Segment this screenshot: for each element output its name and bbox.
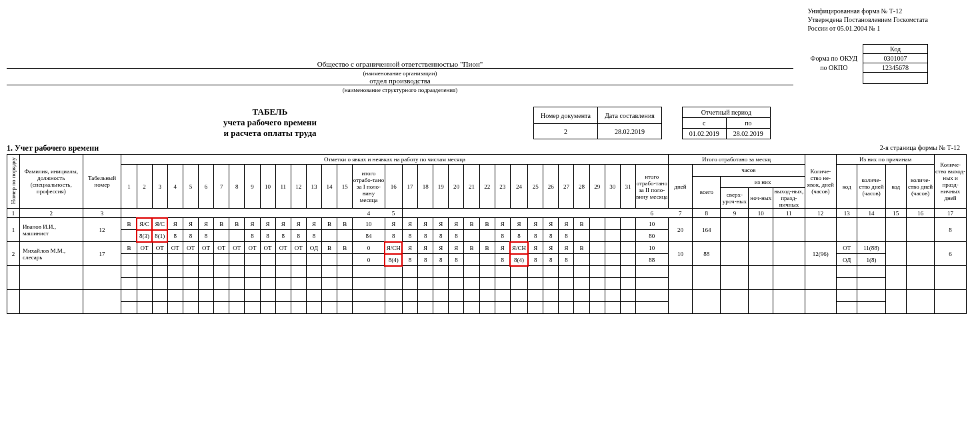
- doc-date-label: Дата составления: [598, 107, 662, 124]
- approval-l2: Утверждена Постановлением Госкомстата: [807, 15, 928, 24]
- period-from-label: с: [682, 118, 726, 129]
- h-tab: Табельный номер: [83, 155, 121, 209]
- org-name-sub: (наименование организации): [363, 70, 437, 77]
- approval-block: Унифицированная форма № Т-12 Утверждена …: [807, 7, 928, 33]
- org-name: Общество с ограниченной ответственностью…: [7, 60, 793, 69]
- h-weekend: выход-ных, празд-ничных: [773, 188, 805, 209]
- h-iznih: из них: [721, 176, 805, 188]
- table-row: 1 Иванов И.И., машинист 12 ВЯ/СЯ/СЯЯЯВВЯ…: [7, 218, 967, 230]
- h-vsego: всего: [693, 176, 721, 209]
- h-code1: код: [836, 165, 857, 209]
- h-half2: итого отрабо-тано за II поло-вину месяца: [635, 165, 668, 209]
- h-holi: Количе-ство выход-ных и празд-ничных дне…: [935, 155, 967, 209]
- h-marks: Отметки о явках и неявках на работу по ч…: [121, 155, 668, 165]
- h-fio: Фамилия, инициалы, должность (специально…: [19, 155, 83, 209]
- org-dept: отдел производства: [7, 77, 793, 85]
- okud-value: 0301007: [863, 54, 928, 63]
- approval-l1: Унифицированная форма № Т-12: [807, 7, 928, 15]
- h-total: Итого отработано за месяц: [668, 155, 805, 165]
- h-code2: код: [885, 165, 907, 209]
- h-reasons: Из них по причинам: [836, 155, 934, 165]
- approval-l3: России от 05.01.2004 № 1: [807, 24, 928, 33]
- h-hours: часов: [693, 165, 805, 177]
- h-days: дней: [668, 165, 693, 209]
- h-cnt1: количе-ство дней (часов): [857, 165, 885, 209]
- period-to-label: по: [726, 118, 770, 129]
- period-to: 28.02.2019: [726, 129, 770, 139]
- doc-table: Номер документаДата составления 228.02.2…: [533, 107, 662, 139]
- h-d1: 1: [121, 165, 137, 209]
- h-absent: Количе-ство не-явок, дней (часов): [805, 155, 836, 209]
- h-cnt2: количе-ство дней (часов): [907, 165, 935, 209]
- page2-note: 2-я страница формы № Т-12: [7, 144, 967, 151]
- h-over: сверх-уроч-ных: [721, 188, 749, 209]
- org-dept-sub: (наименование структурного подразделения…: [343, 87, 458, 93]
- title-l2: учета рабочего времени: [7, 117, 533, 128]
- period-table: Отчетный период спо 01.02.201928.02.2019: [682, 107, 771, 139]
- doc-date: 28.02.2019: [598, 124, 662, 139]
- h-num: Номер по порядку: [10, 155, 17, 207]
- timesheet-table: Номер по порядку Фамилия, инициалы, долж…: [7, 154, 967, 314]
- h-night: ноч-ных: [749, 188, 773, 209]
- doc-num: 2: [534, 124, 598, 139]
- doc-num-label: Номер документа: [534, 107, 598, 124]
- codes-block: Код Форма по ОКУД0301007 по ОКПО12345678: [805, 44, 928, 84]
- okud-label: Форма по ОКУД: [805, 54, 863, 63]
- title-block: ТАБЕЛЬ учета рабочего времени и расчета …: [7, 107, 533, 139]
- h-half1: итого отрабо-тано за I поло-вину месяца: [353, 165, 385, 209]
- title-l3: и расчета оплаты труда: [7, 128, 533, 139]
- table-row: 2 Михайлов М.М., слесарь 17 ВОТОТОТОТОТО…: [7, 242, 967, 254]
- okpo-label: по ОКПО: [805, 63, 863, 73]
- period-from: 01.02.2019: [682, 129, 726, 139]
- codes-header: Код: [863, 45, 928, 54]
- org-block: Общество с ограниченной ответственностью…: [7, 60, 793, 93]
- title-l1: ТАБЕЛЬ: [7, 107, 533, 117]
- okpo-value: 12345678: [863, 63, 928, 73]
- period-header: Отчетный период: [682, 107, 770, 118]
